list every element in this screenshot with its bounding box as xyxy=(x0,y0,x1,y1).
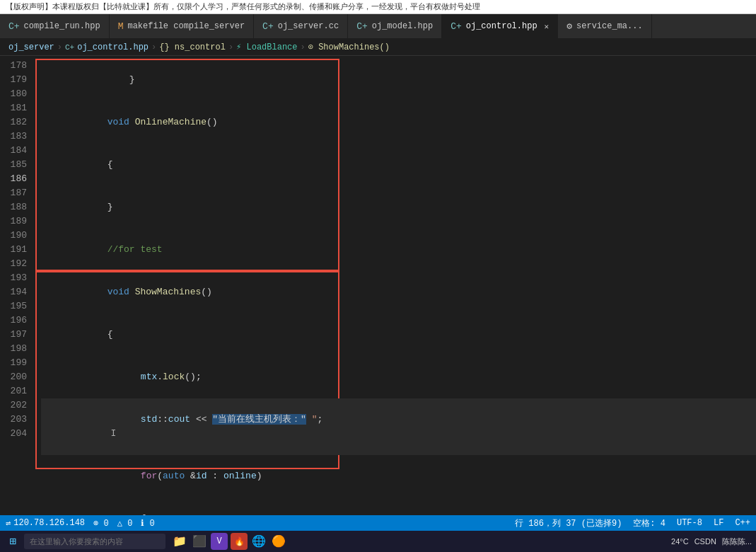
status-errors: ⊗ 0 xyxy=(93,518,109,529)
tab-oj-server[interactable]: C+ oj_server.cc xyxy=(254,14,348,38)
tab-oj-model[interactable]: C+ oj_model.hpp xyxy=(348,14,442,38)
taskbar: ⊞ 📁 ⬛ V 🔥 🌐 🟠 24°C CSDN 陈陈陈... xyxy=(0,531,756,552)
tab-label: oj_model.hpp xyxy=(372,21,433,31)
taskbar-app6-icon[interactable]: 🟠 xyxy=(270,533,287,550)
ln-204: 204 xyxy=(0,427,27,441)
ln-196: 196 xyxy=(0,314,27,328)
breadcrumb-class[interactable]: ⚡ LoadBlance xyxy=(236,42,297,52)
status-ip: ⇌ 120.78.126.148 xyxy=(6,518,85,529)
cpp-icon: C+ xyxy=(8,21,20,32)
ln-180: 180 xyxy=(0,87,27,101)
warning-text: 【版权声明】本课程版权归【比特就业课】所有，仅限个人学习，严禁任何形式的录制、传… xyxy=(6,1,480,12)
ln-202: 202 xyxy=(0,398,27,413)
ln-190: 190 xyxy=(0,229,27,243)
breadcrumb-cpp-icon: C+ xyxy=(65,43,74,52)
taskbar-user: 陈陈陈... xyxy=(722,536,752,547)
status-position: 行 186，列 37 (已选择9) xyxy=(515,517,622,529)
ln-178: 178 xyxy=(0,59,27,73)
breadcrumb-sep1: › xyxy=(57,42,62,52)
code-line-178: } xyxy=(41,59,756,101)
status-info: ℹ 0 xyxy=(141,518,154,529)
taskbar-csdn[interactable]: CSDN xyxy=(694,537,716,546)
tab-label: oj_server.cc xyxy=(278,21,339,31)
ln-199: 199 xyxy=(0,356,27,370)
status-right: 行 186，列 37 (已选择9) 空格: 4 UTF-8 LF C++ xyxy=(515,517,750,529)
code-line-183: void ShowMachines() xyxy=(41,271,756,314)
ln-198: 198 xyxy=(0,342,27,356)
ln-197: 197 xyxy=(0,328,27,342)
close-tab-icon[interactable]: ✕ xyxy=(545,22,549,31)
ln-200: 200 xyxy=(0,370,27,384)
taskbar-app3-icon[interactable]: V xyxy=(211,533,228,550)
tab-oj-control[interactable]: C+ oj_control.hpp ✕ xyxy=(442,14,558,38)
editor: 178 179 180 181 182 183 184 185 186 187 … xyxy=(0,56,756,529)
ln-186: 186 xyxy=(0,172,27,186)
gear-icon: ⚙ xyxy=(566,21,572,32)
line-numbers: 178 179 180 181 182 183 184 185 186 187 … xyxy=(0,56,35,529)
status-bar: ⇌ 120.78.126.148 ⊗ 0 △ 0 ℹ 0 行 186，列 37 … xyxy=(0,515,756,531)
taskbar-app5-icon[interactable]: 🌐 xyxy=(250,533,267,550)
status-line-ending: LF xyxy=(714,518,723,528)
ln-203: 203 xyxy=(0,413,27,427)
code-line-182: //for test xyxy=(41,229,756,271)
tab-compile-run[interactable]: C+ compile_run.hpp xyxy=(0,14,110,38)
tab-service[interactable]: ⚙ service_ma... xyxy=(558,14,651,38)
breadcrumb-sep4: › xyxy=(301,42,306,52)
status-language: C++ xyxy=(735,518,750,528)
ln-188: 188 xyxy=(0,200,27,214)
taskbar-app4-icon[interactable]: 🔥 xyxy=(231,533,248,550)
code-line-187: for(auto &id : online) xyxy=(41,455,756,498)
code-line-186: std::cout << "当前在线主机列表：" "; I xyxy=(41,398,756,455)
code-line-185: mtx.lock(); xyxy=(41,356,756,398)
ln-193: 193 xyxy=(0,271,27,285)
ln-191: 191 xyxy=(0,243,27,257)
code-line-180: { xyxy=(41,144,756,186)
ln-189: 189 xyxy=(0,214,27,229)
status-spaces: 空格: 4 xyxy=(633,517,665,529)
tab-label: service_ma... xyxy=(576,21,643,31)
tab-label: makefile compile_server xyxy=(127,21,245,31)
code-line-181: } xyxy=(41,186,756,229)
ln-182: 182 xyxy=(0,115,27,130)
ln-184: 184 xyxy=(0,144,27,158)
cpp-icon: C+ xyxy=(356,21,368,32)
ln-185: 185 xyxy=(0,158,27,172)
tab-bar: C+ compile_run.hpp M makefile compile_se… xyxy=(0,14,756,39)
breadcrumb-oj-server[interactable]: oj_server xyxy=(8,42,54,52)
taskbar-vscode-icon[interactable]: ⬛ xyxy=(191,533,208,550)
tab-label: compile_run.hpp xyxy=(24,21,100,31)
ln-195: 195 xyxy=(0,299,27,314)
taskbar-explorer-icon[interactable]: 📁 xyxy=(171,533,188,550)
status-warnings: △ 0 xyxy=(117,518,133,529)
code-line-179: void OnlineMachine() xyxy=(41,101,756,144)
code-area[interactable]: } void OnlineMachine() { } //for test xyxy=(35,56,756,529)
remote-icon: ⇌ xyxy=(6,518,11,529)
ln-201: 201 xyxy=(0,384,27,398)
windows-start-button[interactable]: ⊞ xyxy=(4,533,21,550)
makefile-icon: M xyxy=(118,21,124,32)
ln-187: 187 xyxy=(0,186,27,200)
taskbar-right: 24°C CSDN 陈陈陈... xyxy=(671,536,752,547)
breadcrumb-sep2: › xyxy=(151,42,156,52)
breadcrumb-fn[interactable]: ⊙ ShowMachines() xyxy=(308,42,390,52)
breadcrumb-sep3: › xyxy=(228,42,233,52)
taskbar-search-input[interactable] xyxy=(24,534,165,549)
cpp-icon: C+ xyxy=(262,21,274,32)
ln-194: 194 xyxy=(0,285,27,299)
breadcrumb-file[interactable]: oj_control.hpp xyxy=(77,42,149,52)
status-encoding: UTF-8 xyxy=(677,518,702,528)
code-line-184: { xyxy=(41,314,756,356)
ln-192: 192 xyxy=(0,257,27,271)
tab-makefile[interactable]: M makefile compile_server xyxy=(110,14,254,38)
code-container[interactable]: } void OnlineMachine() { } //for test xyxy=(35,56,756,529)
warning-bar: 【版权声明】本课程版权归【比特就业课】所有，仅限个人学习，严禁任何形式的录制、传… xyxy=(0,0,756,14)
cpp-icon: C+ xyxy=(450,21,462,32)
ln-183: 183 xyxy=(0,130,27,144)
ln-179: 179 xyxy=(0,73,27,87)
tab-label: oj_control.hpp xyxy=(466,21,537,31)
taskbar-temp: 24°C xyxy=(671,537,689,546)
status-left: ⇌ 120.78.126.148 ⊗ 0 △ 0 ℹ 0 xyxy=(6,518,155,529)
ln-181: 181 xyxy=(0,101,27,115)
breadcrumb-ns[interactable]: {} ns_control xyxy=(159,42,226,52)
breadcrumb: oj_server › C+ oj_control.hpp › {} ns_co… xyxy=(0,39,756,56)
